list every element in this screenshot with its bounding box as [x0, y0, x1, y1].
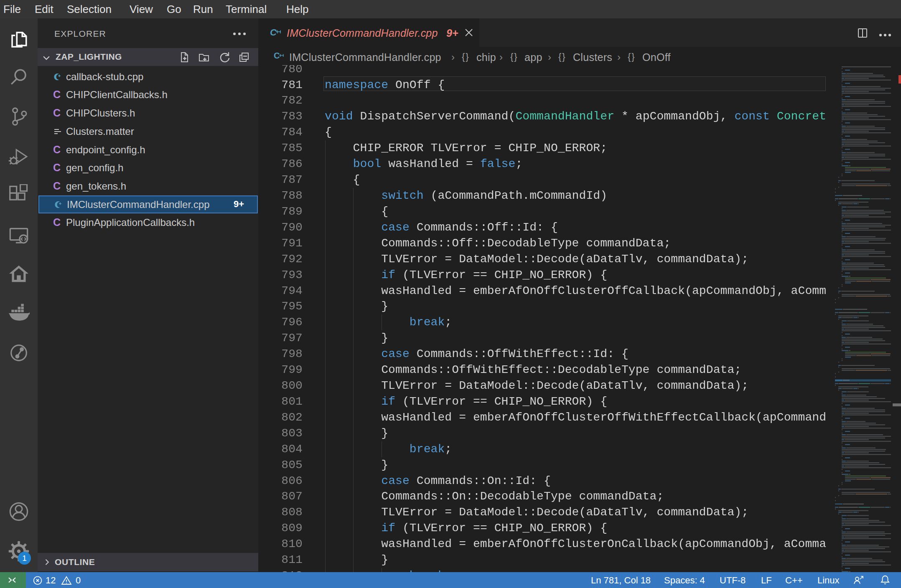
svg-text:++: ++ — [279, 52, 284, 58]
svg-text:++: ++ — [276, 28, 281, 35]
